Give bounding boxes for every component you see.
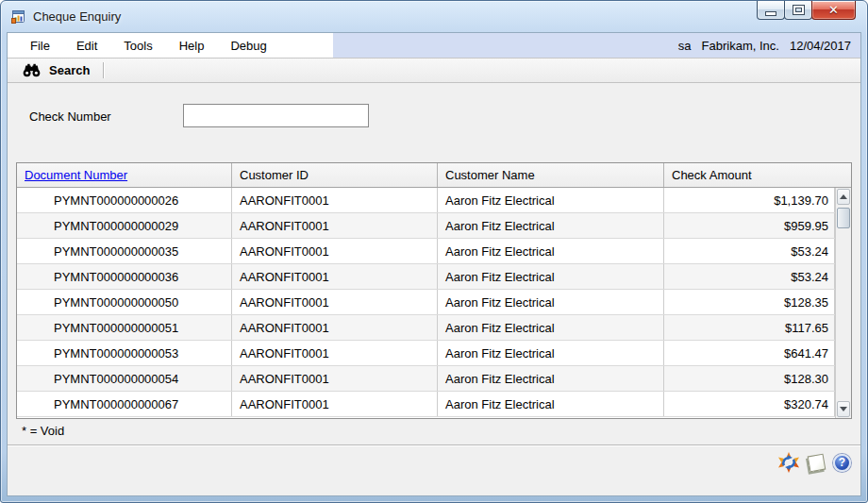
cell-check-amount: $320.74	[664, 392, 835, 416]
cell-customer-name: Aaron Fitz Electrical	[438, 315, 664, 340]
check-number-input[interactable]	[183, 104, 369, 127]
table-row[interactable]: PYMNT000000000029 AARONFIT0001 Aaron Fit…	[17, 213, 851, 239]
cell-customer-id: AARONFIT0001	[232, 341, 438, 365]
column-header-document-number[interactable]: Document Number	[25, 168, 127, 182]
cell-check-amount: $128.30	[664, 366, 835, 391]
menu-bar: File Edit Tools Help Debug sa Fabrikam, …	[8, 33, 860, 59]
redisplay-icon	[777, 452, 800, 473]
cell-document-number: PYMNT000000000067	[17, 392, 232, 416]
cell-customer-id: AARONFIT0001	[232, 392, 438, 416]
cell-customer-name: Aaron Fitz Electrical	[438, 188, 664, 212]
search-button[interactable]: Search	[17, 61, 95, 79]
cell-customer-id: AARONFIT0001	[232, 290, 438, 314]
window-icon[interactable]	[11, 9, 26, 25]
table-row[interactable]: PYMNT000000000036 AARONFIT0001 Aaron Fit…	[17, 264, 851, 290]
search-button-label: Search	[49, 63, 90, 77]
cell-customer-id: AARONFIT0001	[232, 315, 438, 340]
arrow-down-icon	[840, 407, 847, 411]
table-header-cell: Document Number	[17, 163, 232, 187]
cell-customer-name: Aaron Fitz Electrical	[438, 213, 664, 238]
cell-customer-name: Aaron Fitz Electrical	[438, 392, 664, 416]
cell-document-number: PYMNT000000000053	[17, 341, 232, 365]
column-header-customer-id: Customer ID	[232, 163, 438, 187]
close-icon: ✕	[828, 3, 839, 17]
maximize-button[interactable]	[784, 1, 812, 20]
table-row[interactable]: PYMNT000000000051 AARONFIT0001 Aaron Fit…	[17, 315, 851, 341]
column-header-customer-name: Customer Name	[438, 163, 664, 187]
menu-item-debug[interactable]: Debug	[217, 33, 279, 58]
cheque-table: Document Number Customer ID Customer Nam…	[16, 162, 852, 419]
cell-check-amount: $641.47	[664, 341, 835, 365]
menu-item-file[interactable]: File	[17, 33, 63, 58]
cell-document-number: PYMNT000000000029	[17, 213, 232, 238]
toolbar-separator	[103, 62, 104, 78]
session-user: sa	[678, 39, 692, 53]
scroll-down-button[interactable]	[837, 401, 850, 417]
menu-item-help[interactable]: Help	[166, 33, 218, 58]
scroll-up-button[interactable]	[837, 189, 850, 205]
cell-check-amount: $959.95	[664, 213, 835, 238]
cell-check-amount: $1,139.70	[664, 188, 835, 212]
minimize-button[interactable]	[757, 1, 785, 20]
void-note: * = Void	[22, 424, 64, 438]
cell-check-amount: $128.35	[664, 290, 835, 314]
titlebar: Cheque Enquiry ✕	[1, 1, 867, 32]
cell-customer-id: AARONFIT0001	[232, 188, 438, 212]
client-area: File Edit Tools Help Debug sa Fabrikam, …	[7, 32, 861, 496]
cell-customer-name: Aaron Fitz Electrical	[438, 366, 664, 391]
column-header-check-amount: Check Amount	[664, 163, 851, 187]
cell-customer-name: Aaron Fitz Electrical	[438, 290, 664, 314]
table-row[interactable]: PYMNT000000000053 AARONFIT0001 Aaron Fit…	[17, 341, 851, 366]
window: Cheque Enquiry ✕ File Edit Tools Help De…	[0, 0, 868, 503]
help-button[interactable]: ?	[833, 454, 851, 472]
cell-document-number: PYMNT000000000035	[17, 239, 232, 263]
table-row[interactable]: PYMNT000000000054 AARONFIT0001 Aaron Fit…	[17, 366, 851, 392]
window-controls: ✕	[758, 1, 856, 20]
toolbar: Search	[8, 59, 860, 83]
minimize-icon	[766, 12, 776, 15]
cell-customer-id: AARONFIT0001	[232, 239, 438, 263]
session-date: 12/04/2017	[790, 39, 851, 53]
bottom-icon-bar: ?	[777, 452, 851, 473]
note-button[interactable]	[809, 455, 825, 471]
menu-item-edit[interactable]: Edit	[63, 33, 110, 58]
cell-document-number: PYMNT000000000051	[17, 315, 232, 340]
menu-items: File Edit Tools Help Debug	[8, 33, 333, 58]
cell-document-number: PYMNT000000000050	[17, 290, 232, 314]
vertical-scrollbar[interactable]	[835, 188, 851, 418]
cell-document-number: PYMNT000000000036	[17, 264, 232, 289]
help-glyph: ?	[839, 456, 845, 469]
window-title: Cheque Enquiry	[33, 9, 121, 24]
arrow-up-icon	[840, 194, 847, 199]
cell-customer-name: Aaron Fitz Electrical	[438, 264, 664, 289]
binoculars-icon	[23, 63, 41, 77]
cell-customer-id: AARONFIT0001	[232, 264, 438, 289]
cell-customer-id: AARONFIT0001	[232, 213, 438, 238]
table-row[interactable]: PYMNT000000000067 AARONFIT0001 Aaron Fit…	[17, 392, 851, 417]
session-info: sa Fabrikam, Inc. 12/04/2017	[333, 33, 860, 58]
window-body: Check Number Document Number Customer ID…	[8, 83, 860, 495]
table-header: Document Number Customer ID Customer Nam…	[17, 163, 851, 188]
cell-check-amount: $53.24	[664, 264, 835, 289]
menu-item-tools[interactable]: Tools	[110, 33, 165, 58]
cell-document-number: PYMNT000000000054	[17, 366, 232, 391]
cell-customer-name: Aaron Fitz Electrical	[438, 239, 664, 263]
cell-check-amount: $53.24	[664, 239, 835, 263]
maximize-icon	[793, 6, 804, 14]
cell-document-number: PYMNT000000000026	[17, 188, 232, 212]
session-company: Fabrikam, Inc.	[702, 39, 779, 53]
table-row[interactable]: PYMNT000000000050 AARONFIT0001 Aaron Fit…	[17, 290, 851, 315]
table-body: PYMNT000000000026 AARONFIT0001 Aaron Fit…	[17, 188, 851, 418]
check-number-label: Check Number	[29, 109, 111, 124]
scroll-thumb[interactable]	[837, 208, 850, 228]
note-icon	[808, 453, 826, 472]
cell-customer-id: AARONFIT0001	[232, 366, 438, 391]
cell-customer-name: Aaron Fitz Electrical	[438, 341, 664, 365]
footer-divider	[8, 444, 860, 445]
scroll-track[interactable]	[836, 206, 851, 400]
table-row[interactable]: PYMNT000000000026 AARONFIT0001 Aaron Fit…	[17, 188, 851, 213]
redisplay-button[interactable]	[777, 452, 800, 473]
table-row[interactable]: PYMNT000000000035 AARONFIT0001 Aaron Fit…	[17, 239, 851, 264]
cell-check-amount: $117.65	[664, 315, 835, 340]
close-button[interactable]: ✕	[811, 1, 856, 20]
